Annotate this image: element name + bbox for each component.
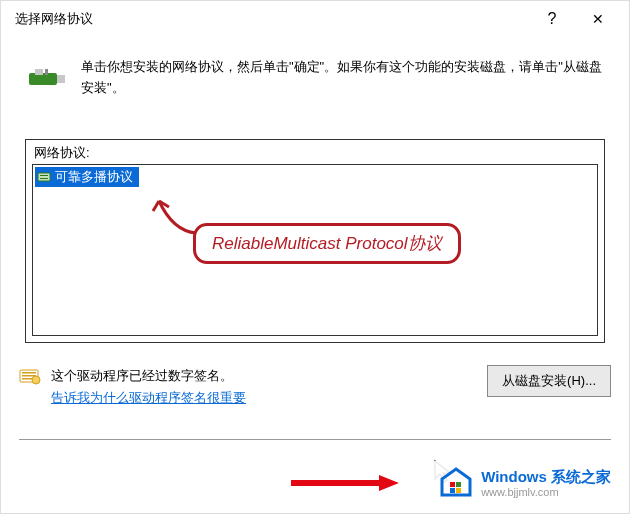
svg-rect-1 bbox=[35, 69, 43, 75]
svg-rect-10 bbox=[22, 378, 32, 380]
protocol-list-label: 网络协议: bbox=[34, 144, 598, 162]
svg-rect-14 bbox=[450, 488, 455, 493]
instruction-text: 单击你想安装的网络协议，然后单击"确定"。如果你有这个功能的安装磁盘，请单击"从… bbox=[81, 57, 603, 99]
watermark: Windows 系统之家 www.bjjmlv.com bbox=[431, 461, 617, 507]
close-button[interactable]: ✕ bbox=[575, 4, 621, 34]
protocol-item-label: 可靠多播协议 bbox=[55, 168, 133, 186]
install-from-disk-button[interactable]: 从磁盘安装(H)... bbox=[487, 365, 611, 397]
watermark-url: www.bjjmlv.com bbox=[481, 486, 611, 499]
footer-separator bbox=[19, 439, 611, 440]
svg-rect-15 bbox=[456, 488, 461, 493]
signed-driver-icon bbox=[19, 367, 41, 385]
watermark-logo-icon bbox=[437, 465, 475, 503]
help-button[interactable]: ? bbox=[529, 4, 575, 34]
svg-rect-13 bbox=[456, 482, 461, 487]
protocol-list[interactable]: 可靠多播协议 ReliableMulticast Protocol协议 bbox=[32, 164, 598, 336]
svg-rect-6 bbox=[40, 178, 48, 179]
protocol-item-icon bbox=[37, 170, 53, 184]
protocol-list-item-selected[interactable]: 可靠多播协议 bbox=[35, 167, 139, 187]
svg-rect-2 bbox=[45, 69, 48, 75]
svg-rect-4 bbox=[38, 173, 50, 181]
svg-rect-12 bbox=[450, 482, 455, 487]
signature-link[interactable]: 告诉我为什么驱动程序签名很重要 bbox=[51, 390, 246, 405]
window-title: 选择网络协议 bbox=[15, 10, 93, 28]
svg-point-11 bbox=[32, 376, 40, 384]
svg-rect-8 bbox=[22, 372, 36, 374]
svg-rect-3 bbox=[57, 75, 65, 83]
annotation-callout: ReliableMulticast Protocol协议 bbox=[193, 223, 461, 264]
signature-text: 这个驱动程序已经过数字签名。 bbox=[51, 365, 246, 387]
protocol-list-container: 网络协议: 可靠多播协议 ReliableMulticast Protocol协… bbox=[25, 139, 605, 343]
network-adapter-icon bbox=[27, 63, 67, 93]
watermark-title: Windows 系统之家 bbox=[481, 468, 611, 486]
red-arrow-icon bbox=[291, 473, 401, 493]
svg-rect-5 bbox=[40, 175, 48, 176]
